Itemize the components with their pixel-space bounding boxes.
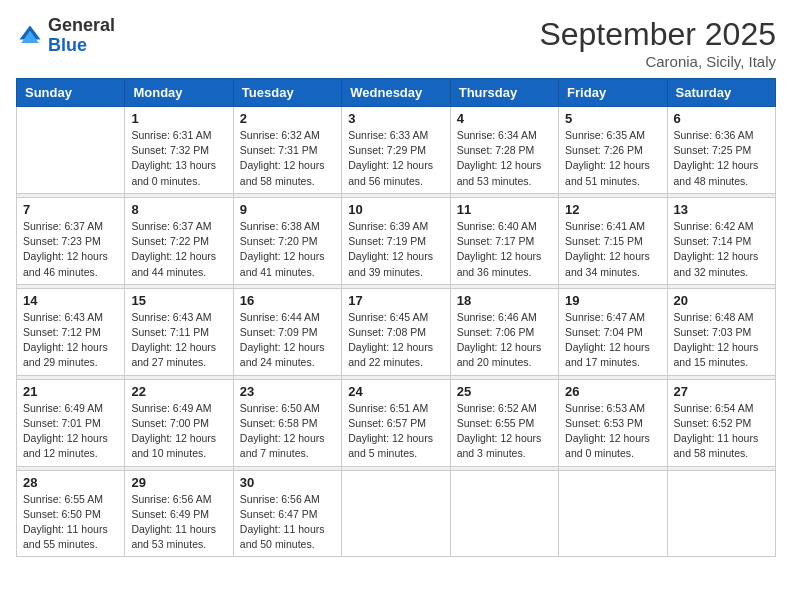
title-block: September 2025 Caronia, Sicily, Italy <box>539 16 776 70</box>
day-number: 26 <box>565 384 660 399</box>
day-info: Sunrise: 6:37 AMSunset: 7:22 PMDaylight:… <box>131 219 226 280</box>
day-number: 10 <box>348 202 443 217</box>
day-number: 9 <box>240 202 335 217</box>
day-number: 29 <box>131 475 226 490</box>
logo: General Blue <box>16 16 115 56</box>
day-info: Sunrise: 6:49 AMSunset: 7:00 PMDaylight:… <box>131 401 226 462</box>
day-info: Sunrise: 6:50 AMSunset: 6:58 PMDaylight:… <box>240 401 335 462</box>
day-number: 17 <box>348 293 443 308</box>
day-info: Sunrise: 6:34 AMSunset: 7:28 PMDaylight:… <box>457 128 552 189</box>
day-number: 4 <box>457 111 552 126</box>
day-info: Sunrise: 6:43 AMSunset: 7:11 PMDaylight:… <box>131 310 226 371</box>
calendar-day-cell: 1Sunrise: 6:31 AMSunset: 7:32 PMDaylight… <box>125 107 233 194</box>
day-info: Sunrise: 6:41 AMSunset: 7:15 PMDaylight:… <box>565 219 660 280</box>
calendar-day-cell: 23Sunrise: 6:50 AMSunset: 6:58 PMDayligh… <box>233 379 341 466</box>
day-info: Sunrise: 6:40 AMSunset: 7:17 PMDaylight:… <box>457 219 552 280</box>
day-info: Sunrise: 6:54 AMSunset: 6:52 PMDaylight:… <box>674 401 769 462</box>
calendar-header-row: SundayMondayTuesdayWednesdayThursdayFrid… <box>17 79 776 107</box>
day-number: 20 <box>674 293 769 308</box>
day-number: 28 <box>23 475 118 490</box>
day-info: Sunrise: 6:31 AMSunset: 7:32 PMDaylight:… <box>131 128 226 189</box>
month-title: September 2025 <box>539 16 776 53</box>
day-info: Sunrise: 6:56 AMSunset: 6:49 PMDaylight:… <box>131 492 226 553</box>
day-number: 16 <box>240 293 335 308</box>
day-number: 13 <box>674 202 769 217</box>
day-number: 2 <box>240 111 335 126</box>
calendar-day-cell: 6Sunrise: 6:36 AMSunset: 7:25 PMDaylight… <box>667 107 775 194</box>
day-info: Sunrise: 6:43 AMSunset: 7:12 PMDaylight:… <box>23 310 118 371</box>
day-info: Sunrise: 6:36 AMSunset: 7:25 PMDaylight:… <box>674 128 769 189</box>
day-number: 7 <box>23 202 118 217</box>
logo-icon <box>16 22 44 50</box>
day-info: Sunrise: 6:48 AMSunset: 7:03 PMDaylight:… <box>674 310 769 371</box>
day-number: 19 <box>565 293 660 308</box>
calendar-day-cell: 15Sunrise: 6:43 AMSunset: 7:11 PMDayligh… <box>125 288 233 375</box>
calendar-day-cell: 12Sunrise: 6:41 AMSunset: 7:15 PMDayligh… <box>559 197 667 284</box>
calendar-week-row: 21Sunrise: 6:49 AMSunset: 7:01 PMDayligh… <box>17 379 776 466</box>
day-number: 27 <box>674 384 769 399</box>
calendar-day-cell: 11Sunrise: 6:40 AMSunset: 7:17 PMDayligh… <box>450 197 558 284</box>
calendar-day-cell: 22Sunrise: 6:49 AMSunset: 7:00 PMDayligh… <box>125 379 233 466</box>
calendar-day-cell: 26Sunrise: 6:53 AMSunset: 6:53 PMDayligh… <box>559 379 667 466</box>
weekday-header: Saturday <box>667 79 775 107</box>
calendar-day-cell <box>342 470 450 557</box>
day-number: 18 <box>457 293 552 308</box>
calendar-day-cell: 27Sunrise: 6:54 AMSunset: 6:52 PMDayligh… <box>667 379 775 466</box>
day-number: 5 <box>565 111 660 126</box>
day-info: Sunrise: 6:32 AMSunset: 7:31 PMDaylight:… <box>240 128 335 189</box>
day-info: Sunrise: 6:37 AMSunset: 7:23 PMDaylight:… <box>23 219 118 280</box>
calendar-day-cell: 14Sunrise: 6:43 AMSunset: 7:12 PMDayligh… <box>17 288 125 375</box>
day-info: Sunrise: 6:53 AMSunset: 6:53 PMDaylight:… <box>565 401 660 462</box>
calendar-day-cell: 21Sunrise: 6:49 AMSunset: 7:01 PMDayligh… <box>17 379 125 466</box>
calendar-day-cell: 29Sunrise: 6:56 AMSunset: 6:49 PMDayligh… <box>125 470 233 557</box>
day-number: 30 <box>240 475 335 490</box>
day-info: Sunrise: 6:56 AMSunset: 6:47 PMDaylight:… <box>240 492 335 553</box>
logo-text: General Blue <box>48 16 115 56</box>
day-number: 23 <box>240 384 335 399</box>
day-number: 6 <box>674 111 769 126</box>
day-number: 22 <box>131 384 226 399</box>
day-number: 14 <box>23 293 118 308</box>
calendar-week-row: 28Sunrise: 6:55 AMSunset: 6:50 PMDayligh… <box>17 470 776 557</box>
day-number: 12 <box>565 202 660 217</box>
weekday-header: Sunday <box>17 79 125 107</box>
calendar-day-cell: 13Sunrise: 6:42 AMSunset: 7:14 PMDayligh… <box>667 197 775 284</box>
calendar-day-cell: 30Sunrise: 6:56 AMSunset: 6:47 PMDayligh… <box>233 470 341 557</box>
calendar-day-cell: 25Sunrise: 6:52 AMSunset: 6:55 PMDayligh… <box>450 379 558 466</box>
page-header: General Blue September 2025 Caronia, Sic… <box>16 16 776 70</box>
calendar-day-cell: 9Sunrise: 6:38 AMSunset: 7:20 PMDaylight… <box>233 197 341 284</box>
day-info: Sunrise: 6:52 AMSunset: 6:55 PMDaylight:… <box>457 401 552 462</box>
weekday-header: Monday <box>125 79 233 107</box>
day-info: Sunrise: 6:55 AMSunset: 6:50 PMDaylight:… <box>23 492 118 553</box>
weekday-header: Thursday <box>450 79 558 107</box>
weekday-header: Tuesday <box>233 79 341 107</box>
calendar-day-cell: 2Sunrise: 6:32 AMSunset: 7:31 PMDaylight… <box>233 107 341 194</box>
day-info: Sunrise: 6:51 AMSunset: 6:57 PMDaylight:… <box>348 401 443 462</box>
calendar-day-cell: 18Sunrise: 6:46 AMSunset: 7:06 PMDayligh… <box>450 288 558 375</box>
calendar-day-cell: 28Sunrise: 6:55 AMSunset: 6:50 PMDayligh… <box>17 470 125 557</box>
day-info: Sunrise: 6:47 AMSunset: 7:04 PMDaylight:… <box>565 310 660 371</box>
day-number: 3 <box>348 111 443 126</box>
day-info: Sunrise: 6:38 AMSunset: 7:20 PMDaylight:… <box>240 219 335 280</box>
calendar-day-cell: 5Sunrise: 6:35 AMSunset: 7:26 PMDaylight… <box>559 107 667 194</box>
calendar-day-cell: 10Sunrise: 6:39 AMSunset: 7:19 PMDayligh… <box>342 197 450 284</box>
calendar-day-cell: 20Sunrise: 6:48 AMSunset: 7:03 PMDayligh… <box>667 288 775 375</box>
day-number: 15 <box>131 293 226 308</box>
day-number: 8 <box>131 202 226 217</box>
day-number: 25 <box>457 384 552 399</box>
logo-general: General <box>48 15 115 35</box>
calendar-day-cell: 17Sunrise: 6:45 AMSunset: 7:08 PMDayligh… <box>342 288 450 375</box>
calendar-day-cell <box>667 470 775 557</box>
location: Caronia, Sicily, Italy <box>539 53 776 70</box>
calendar-day-cell: 19Sunrise: 6:47 AMSunset: 7:04 PMDayligh… <box>559 288 667 375</box>
calendar-day-cell <box>559 470 667 557</box>
day-info: Sunrise: 6:46 AMSunset: 7:06 PMDaylight:… <box>457 310 552 371</box>
day-number: 11 <box>457 202 552 217</box>
calendar-day-cell: 24Sunrise: 6:51 AMSunset: 6:57 PMDayligh… <box>342 379 450 466</box>
calendar-day-cell: 7Sunrise: 6:37 AMSunset: 7:23 PMDaylight… <box>17 197 125 284</box>
calendar-day-cell <box>450 470 558 557</box>
calendar-week-row: 7Sunrise: 6:37 AMSunset: 7:23 PMDaylight… <box>17 197 776 284</box>
day-number: 21 <box>23 384 118 399</box>
day-number: 24 <box>348 384 443 399</box>
day-info: Sunrise: 6:33 AMSunset: 7:29 PMDaylight:… <box>348 128 443 189</box>
